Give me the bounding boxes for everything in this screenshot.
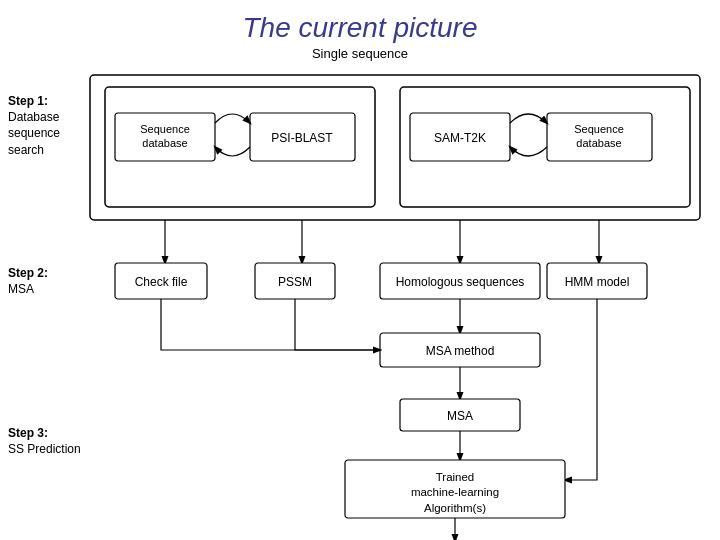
hmm-model-text: HMM model <box>565 275 630 289</box>
seq-db-right-text: Sequence <box>574 123 624 135</box>
subtitle: Single sequence <box>0 46 720 61</box>
msa-text: MSA <box>447 409 473 423</box>
step1-label: Step 1: Database sequence search <box>8 93 85 158</box>
seq-db-left-text2: database <box>142 137 187 149</box>
msa-method-text: MSA method <box>426 344 495 358</box>
trained-ml-text2: machine-learning <box>411 486 499 498</box>
seq-db-right-text2: database <box>576 137 621 149</box>
trained-ml-text3: Algorithm(s) <box>424 502 486 514</box>
homologous-text: Homologous sequences <box>396 275 525 289</box>
step3-label: Step 3: SS Prediction <box>8 425 81 457</box>
page: The current picture Single sequence Step… <box>0 0 720 540</box>
pssm-text: PSSM <box>278 275 312 289</box>
diagram-area: Sequence database PSI-BLAST SAM-T2K Sequ… <box>85 65 720 540</box>
trained-ml-text1: Trained <box>436 471 475 483</box>
seq-db-left-text: Sequence <box>140 123 190 135</box>
page-title: The current picture <box>0 0 720 44</box>
psi-blast-text: PSI-BLAST <box>271 131 333 145</box>
step2-label: Step 2: MSA <box>8 265 48 297</box>
sam-t2k-text: SAM-T2K <box>434 131 486 145</box>
diagram-svg: Sequence database PSI-BLAST SAM-T2K Sequ… <box>85 65 715 540</box>
check-file-text: Check file <box>135 275 188 289</box>
